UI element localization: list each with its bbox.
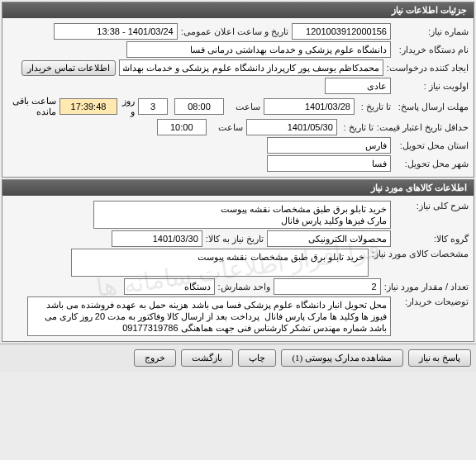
buyer-note-label: توضیحات خریدار: bbox=[394, 296, 469, 307]
price-valid-date-field[interactable] bbox=[246, 119, 337, 135]
buyer-org-field[interactable] bbox=[126, 41, 391, 58]
group-field[interactable] bbox=[267, 230, 391, 247]
province-field[interactable] bbox=[267, 137, 391, 154]
remain-label: ساعت باقی مانده bbox=[7, 96, 56, 117]
city-field[interactable] bbox=[267, 155, 391, 172]
exit-button[interactable]: خروج bbox=[134, 349, 176, 367]
city-label: شهر محل تحویل: bbox=[394, 159, 469, 169]
price-valid-label: حداقل تاریخ اعتبار قیمت: bbox=[377, 122, 469, 133]
announce-label: تاریخ و ساعت اعلان عمومی: bbox=[181, 26, 288, 37]
province-label: استان محل تحویل: bbox=[394, 140, 469, 151]
need-info-panel: جزئیات اطلاعات نیاز شماره نیاز: تاریخ و … bbox=[2, 2, 474, 178]
to-date-label-2: تا تاریخ : bbox=[340, 122, 374, 133]
time-label-2: ساعت bbox=[210, 122, 243, 133]
deadline-date-field[interactable] bbox=[264, 98, 355, 115]
items-info-header: اطلاعات کالاهای مورد نیاز bbox=[2, 180, 474, 196]
item-spec-label: مشخصات کالای مورد نیاز: bbox=[372, 249, 469, 259]
deadline-time-field[interactable] bbox=[174, 98, 224, 115]
need-info-header: جزئیات اطلاعات نیاز bbox=[2, 2, 474, 18]
need-no-label: شماره نیاز: bbox=[394, 26, 469, 37]
action-bar: پاسخ به نیاز مشاهده مدارک پیوستی (1) چاپ… bbox=[0, 344, 476, 372]
qty-field[interactable] bbox=[274, 278, 381, 295]
deadline-label: مهلت ارسال پاسخ: bbox=[394, 102, 469, 112]
time-label-1: ساعت bbox=[227, 102, 260, 112]
desc-label: شرح کلی نیاز: bbox=[394, 201, 469, 211]
item-spec-field[interactable] bbox=[71, 249, 369, 277]
print-button[interactable]: چاپ bbox=[238, 349, 276, 367]
items-info-panel: اطلاعات کالاهای مورد نیاز فرا افزار اطلا… bbox=[2, 179, 474, 342]
priority-label: اولویت نیاز : bbox=[394, 81, 469, 92]
announce-field[interactable] bbox=[54, 23, 178, 40]
attachments-button[interactable]: مشاهده مدارک پیوستی (1) bbox=[281, 349, 402, 367]
desc-field[interactable] bbox=[93, 201, 391, 229]
unit-field[interactable] bbox=[124, 278, 215, 295]
countdown-field bbox=[60, 98, 117, 115]
need-no-field[interactable] bbox=[292, 23, 391, 40]
need-date-label: تاریخ نیاز به کالا: bbox=[206, 234, 264, 244]
creator-label: ایجاد کننده درخواست: bbox=[387, 63, 469, 74]
buyer-note-field[interactable] bbox=[27, 296, 391, 336]
buyer-org-label: نام دستگاه خریدار: bbox=[394, 45, 469, 55]
group-label: گروه کالا: bbox=[394, 234, 469, 244]
qty-label: تعداد / مقدار مورد نیاز: bbox=[384, 282, 469, 292]
respond-button[interactable]: پاسخ به نیاز bbox=[408, 349, 472, 367]
back-button[interactable]: بازگشت bbox=[181, 349, 233, 367]
need-date-field[interactable] bbox=[112, 230, 202, 247]
days-remaining-field bbox=[138, 98, 168, 115]
contact-buyer-button[interactable]: اطلاعات تماس خریدار bbox=[21, 60, 116, 76]
price-valid-time-field[interactable] bbox=[157, 119, 207, 135]
days-label: روز و bbox=[121, 96, 135, 117]
to-date-label: تا تاریخ : bbox=[358, 102, 391, 112]
priority-field[interactable] bbox=[325, 78, 391, 94]
creator-field[interactable] bbox=[119, 59, 383, 76]
unit-label: واحد شمارش: bbox=[218, 282, 270, 292]
